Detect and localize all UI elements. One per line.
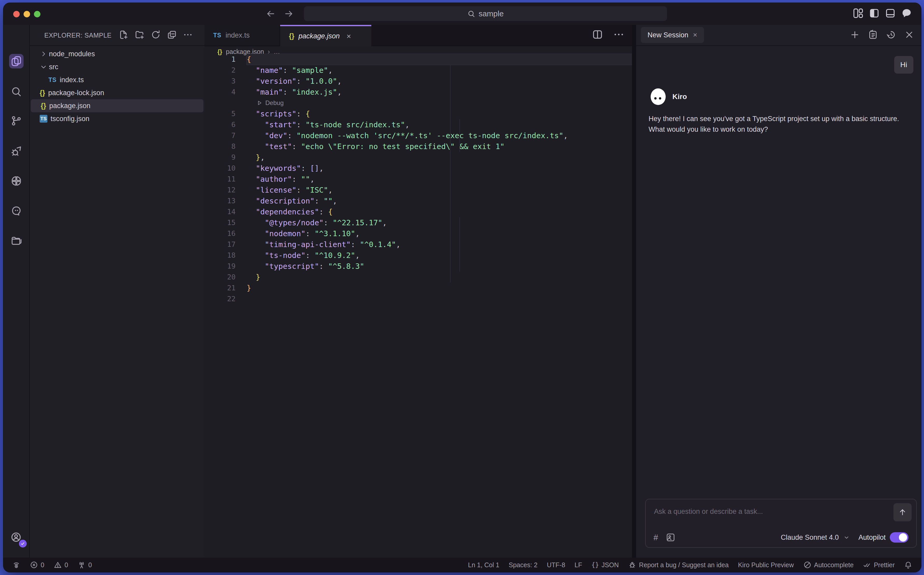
status-warnings-count[interactable]: 0 <box>54 561 68 569</box>
chevron-right-icon <box>40 50 48 58</box>
context-hash-button[interactable]: # <box>653 533 658 542</box>
codelens-row[interactable]: Debug <box>204 97 632 108</box>
code-line[interactable]: 17 "timing-api-client": "^0.1.4", <box>204 239 632 250</box>
customize-layout-button[interactable] <box>852 7 864 19</box>
autopilot-toggle[interactable] <box>890 532 908 543</box>
status-bar: 000 Ln 1, Col 1Spaces: 2UTF-8LF{}JSONRep… <box>3 558 921 572</box>
status-encoding[interactable]: UTF-8 <box>547 561 565 569</box>
close-panel-button[interactable] <box>904 30 914 40</box>
chat-input[interactable]: Ask a question or describe a task... # C… <box>645 499 917 548</box>
session-tab[interactable]: New Session × <box>641 27 704 43</box>
collapse-all-button[interactable] <box>166 30 177 40</box>
activity-kiro-explorer[interactable] <box>9 54 24 68</box>
forward-button[interactable] <box>284 8 294 19</box>
activity-account[interactable] <box>9 531 24 545</box>
session-close-icon[interactable]: × <box>693 31 697 39</box>
code-line[interactable]: 2 "name": "sample", <box>204 65 632 76</box>
refresh-button[interactable] <box>151 30 161 40</box>
panel-separator[interactable] <box>632 25 636 558</box>
status-label: Ln 1, Col 1 <box>468 561 499 569</box>
code-line[interactable]: 6 "start": "ts-node src/index.ts", <box>204 119 632 130</box>
new-session-button[interactable] <box>850 30 860 40</box>
code-line[interactable]: 12 "license": "ISC", <box>204 184 632 195</box>
code-line[interactable]: 10 "keywords": [], <box>204 163 632 174</box>
code-line[interactable]: 3 "version": "1.0.0", <box>204 76 632 87</box>
code-line[interactable]: 15 "@types/node": "^22.15.17", <box>204 217 632 228</box>
attach-image-button[interactable] <box>666 532 676 543</box>
tab-package.json[interactable]: {}package.json× <box>280 25 371 46</box>
history-button[interactable] <box>886 30 896 40</box>
tree-item-node_modules[interactable]: node_modules <box>30 48 204 60</box>
code-line-content: "timing-api-client": "^0.1.4", <box>247 239 632 250</box>
tree-item-label: index.ts <box>60 76 84 84</box>
code-line[interactable]: 5 "scripts": { <box>204 108 632 119</box>
line-number: 16 <box>204 228 236 239</box>
command-center-search[interactable]: sample <box>304 6 667 21</box>
back-button[interactable] <box>265 8 276 19</box>
toggle-panel-button[interactable] <box>884 7 896 19</box>
split-editor-button[interactable] <box>591 29 604 40</box>
traffic-zoom-button[interactable] <box>34 11 40 17</box>
activity-run-debug[interactable] <box>9 144 24 159</box>
debug-codelens[interactable]: Debug <box>247 97 632 108</box>
activity-source-control[interactable] <box>9 114 24 128</box>
code-line[interactable]: 14 "dependencies": { <box>204 206 632 217</box>
status-indentation[interactable]: Spaces: 2 <box>509 561 537 569</box>
tree-item-src[interactable]: src <box>30 60 204 73</box>
status-report-bug[interactable]: Report a bug / Suggest an idea <box>628 561 729 569</box>
status-cursor-position[interactable]: Ln 1, Col 1 <box>468 561 499 569</box>
traffic-minimize-button[interactable] <box>24 11 30 17</box>
activity-file-drawer[interactable] <box>9 233 24 248</box>
status-ports-count[interactable]: 0 <box>78 561 92 569</box>
tree-item-tsconfig.json[interactable]: TStsconfig.json <box>30 112 204 125</box>
more-actions-button[interactable] <box>183 30 193 40</box>
status-language-mode[interactable]: {}JSON <box>591 561 619 569</box>
status-prettier[interactable]: Prettier <box>863 561 895 569</box>
code-line[interactable]: 19 "typescript": "^5.8.3" <box>204 261 632 272</box>
line-number: 22 <box>204 294 236 304</box>
code-line[interactable]: 22 <box>204 294 632 304</box>
status-notifications[interactable] <box>904 561 912 569</box>
code-line-content: "scripts": { <box>247 108 632 119</box>
code-area[interactable]: 1{2 "name": "sample",3 "version": "1.0.0… <box>204 54 632 304</box>
status-kiro-preview[interactable]: Kiro Public Preview <box>738 561 794 569</box>
tab-index.ts[interactable]: TSindex.ts <box>204 25 280 46</box>
task-list-button[interactable] <box>868 30 878 40</box>
toggle-chat-button[interactable] <box>901 7 913 19</box>
status-autocomplete[interactable]: Autocomplete <box>803 561 854 569</box>
code-line[interactable]: 9 }, <box>204 152 632 163</box>
code-line[interactable]: 1{ <box>204 54 632 65</box>
new-file-button[interactable] <box>119 30 129 40</box>
status-errors-count[interactable]: 0 <box>30 561 44 569</box>
activity-search[interactable] <box>9 84 24 99</box>
new-folder-button[interactable] <box>135 30 145 40</box>
activity-extensions[interactable] <box>9 174 24 188</box>
chat-bubble-icon <box>901 8 912 19</box>
send-button[interactable] <box>894 503 911 521</box>
activity-kiro-ghost[interactable] <box>9 204 24 218</box>
toggle-sidebar-button[interactable] <box>868 7 880 19</box>
line-number: 3 <box>204 76 236 87</box>
code-line[interactable]: 13 "description": "", <box>204 195 632 206</box>
code-line[interactable]: 7 "dev": "nodemon --watch 'src/**/*.ts' … <box>204 130 632 141</box>
status-remote-indicator[interactable] <box>12 561 21 569</box>
tree-item-package.json[interactable]: {}package.json <box>31 99 203 112</box>
tree-item-index.ts[interactable]: TSindex.ts <box>30 73 204 86</box>
code-line[interactable]: 4 "main": "index.js", <box>204 87 632 97</box>
tree-item-package-lock.json[interactable]: {}package-lock.json <box>30 86 204 99</box>
code-line[interactable]: 20 } <box>204 272 632 283</box>
code-line[interactable]: 11 "author": "", <box>204 174 632 184</box>
code-line[interactable]: 18 "ts-node": "^10.9.2", <box>204 250 632 261</box>
status-eol[interactable]: LF <box>574 561 582 569</box>
status-label: Spaces: 2 <box>509 561 537 569</box>
tab-close-icon[interactable]: × <box>346 32 351 41</box>
model-selector[interactable]: Claude Sonnet 4.0 <box>781 534 839 542</box>
chevron-down-icon[interactable] <box>843 534 850 541</box>
layout-grid-icon <box>853 8 864 19</box>
code-line[interactable]: 8 "test": "echo \"Error: no test specifi… <box>204 141 632 152</box>
editor-more-actions-button[interactable] <box>613 29 625 40</box>
code-line-content: "license": "ISC", <box>247 184 632 195</box>
traffic-close-button[interactable] <box>13 11 20 17</box>
code-line[interactable]: 21} <box>204 283 632 294</box>
code-line[interactable]: 16 "nodemon": "^3.1.10", <box>204 228 632 239</box>
